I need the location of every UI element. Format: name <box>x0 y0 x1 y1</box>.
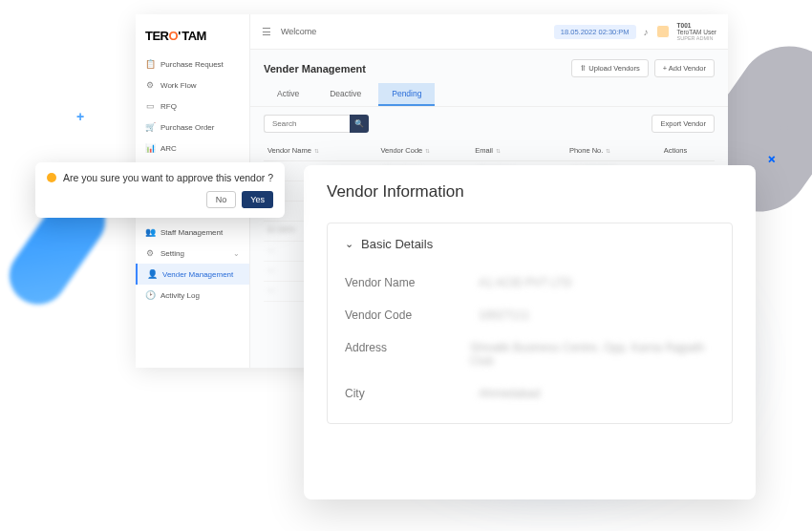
sidebar-item-label: ARC <box>160 144 177 153</box>
sidebar-icon: ▭ <box>145 101 155 111</box>
brand-logo: TERO'TAM <box>136 22 249 53</box>
field-row: Vendor Code 10027111 <box>345 299 715 331</box>
sort-icon: ⇅ <box>314 147 319 154</box>
sidebar-icon: 🕑 <box>145 290 155 300</box>
sidebar-icon: 📋 <box>145 59 155 69</box>
warning-icon <box>47 173 56 182</box>
column-header[interactable]: Phone No.⇅ <box>569 146 664 155</box>
sidebar-item-label: Work Flow <box>160 81 197 90</box>
section-header[interactable]: ⌄ Basic Details <box>345 237 715 251</box>
chevron-down-icon: ⌄ <box>345 238 353 250</box>
column-header[interactable]: Vendor Name⇅ <box>267 146 380 155</box>
sort-icon: ⇅ <box>496 147 501 154</box>
column-header[interactable]: Actions <box>664 146 711 155</box>
sidebar-item-label: Activity Log <box>160 291 200 300</box>
tab-active[interactable]: Active <box>264 83 312 106</box>
field-value: A1 ACID PVT LTD <box>479 276 572 289</box>
page-header: Vender Management ⥣ Upload Vendors + Add… <box>250 50 728 83</box>
sidebar-item-staff-management[interactable]: 👥Staff Management <box>136 222 249 243</box>
sidebar-item-label: Purchase Request <box>160 60 224 69</box>
tab-pending[interactable]: Pending <box>378 83 435 106</box>
confirm-yes-button[interactable]: Yes <box>242 191 273 208</box>
add-vendor-button[interactable]: + Add Vendor <box>654 59 715 77</box>
field-row: Vendor Name A1 ACID PVT LTD <box>345 266 715 299</box>
field-label: Vendor Name <box>345 276 479 289</box>
brand-accent: O <box>169 29 179 43</box>
sidebar-icon: 👤 <box>147 269 157 279</box>
field-value: Ahmedabad <box>479 387 541 400</box>
user-id: T001 <box>677 22 716 29</box>
brand-part2: TAM <box>182 29 206 43</box>
sidebar-icon: 🛒 <box>145 122 155 132</box>
field-value: 10027111 <box>479 308 529 322</box>
tab-deactive[interactable]: Deactive <box>316 83 374 106</box>
basic-details-section: ⌄ Basic Details Vendor Name A1 ACID PVT … <box>327 223 733 424</box>
search-input[interactable] <box>264 115 350 133</box>
approve-confirm-dialog: Are you sure you want to approve this ve… <box>35 162 285 218</box>
sidebar-item-label: Vender Management <box>162 270 233 279</box>
user-info: T001 TeroTAM User SUPER ADMIN <box>677 22 716 41</box>
sidebar-icon: ⚙ <box>145 248 155 258</box>
upload-vendors-button[interactable]: ⥣ Upload Vendors <box>571 59 648 77</box>
sidebar-item-purchase-order[interactable]: 🛒Purchase Order <box>136 117 249 138</box>
sort-icon: ⇅ <box>425 147 430 154</box>
sidebar-item-rfq[interactable]: ▭RFQ <box>136 96 249 117</box>
field-label: City <box>345 387 479 400</box>
sidebar-item-label: Staff Management <box>160 228 223 237</box>
field-label: Vendor Code <box>345 308 479 322</box>
avatar[interactable] <box>656 25 670 38</box>
section-title: Basic Details <box>361 237 433 251</box>
plus-decoration-icon: + <box>76 109 84 124</box>
field-row: City Ahmedabad <box>345 377 715 410</box>
sidebar-item-arc[interactable]: 📊ARC <box>136 138 249 159</box>
chevron-down-icon: ⌄ <box>233 249 240 258</box>
sidebar-item-work-flow[interactable]: ⚙Work Flow <box>136 74 249 96</box>
user-name: TeroTAM User <box>677 29 716 35</box>
vendor-info-panel: Vendor Information ⌄ Basic Details Vendo… <box>304 165 756 499</box>
field-value: Shivalik Business Centre, Opp. Karna Raj… <box>470 341 715 368</box>
confirm-no-button[interactable]: No <box>206 191 237 208</box>
dot-decoration <box>780 124 788 132</box>
topbar: ☰ Welcome 18.05.2022 02:30:PM ♪ T001 Ter… <box>250 14 728 50</box>
user-role: SUPER ADMIN <box>677 35 716 41</box>
field-label: Address <box>345 341 470 368</box>
panel-title: Vendor Information <box>327 182 733 202</box>
sort-icon: ⇅ <box>606 147 610 154</box>
sidebar-item-vender-management[interactable]: 👤Vender Management <box>136 264 249 285</box>
field-row: Address Shivalik Business Centre, Opp. K… <box>345 331 715 377</box>
notification-icon[interactable]: ♪ <box>644 27 649 37</box>
sidebar-item-activity-log[interactable]: 🕑Activity Log <box>136 285 249 306</box>
menu-toggle-icon[interactable]: ☰ <box>262 26 271 38</box>
page-title: Vender Management <box>264 63 366 74</box>
welcome-text: Welcome <box>281 27 316 36</box>
sidebar-item-setting[interactable]: ⚙Setting⌄ <box>136 243 249 264</box>
export-vendor-button[interactable]: Export Vendor <box>652 115 715 133</box>
confirm-message: Are you sure you want to approve this ve… <box>63 172 273 183</box>
sidebar-item-label: Purchase Order <box>160 123 214 132</box>
column-header[interactable]: Vendor Code⇅ <box>380 146 475 155</box>
sidebar-icon: 👥 <box>145 227 155 237</box>
sidebar-icon: 📊 <box>145 143 155 153</box>
brand-part1: TER <box>145 29 169 43</box>
sidebar-icon: ⚙ <box>145 80 155 90</box>
sidebar-item-purchase-request[interactable]: 📋Purchase Request <box>136 53 249 74</box>
column-header[interactable]: Email⇅ <box>475 146 569 155</box>
datetime-badge: 18.05.2022 02:30:PM <box>554 25 636 39</box>
search-button[interactable]: 🔍 <box>350 115 369 133</box>
tabs: ActiveDeactivePending <box>250 83 728 107</box>
search-bar: 🔍 Export Vendor <box>250 107 728 140</box>
sidebar-item-label: Setting <box>160 249 184 258</box>
sidebar-item-label: RFQ <box>160 102 177 111</box>
